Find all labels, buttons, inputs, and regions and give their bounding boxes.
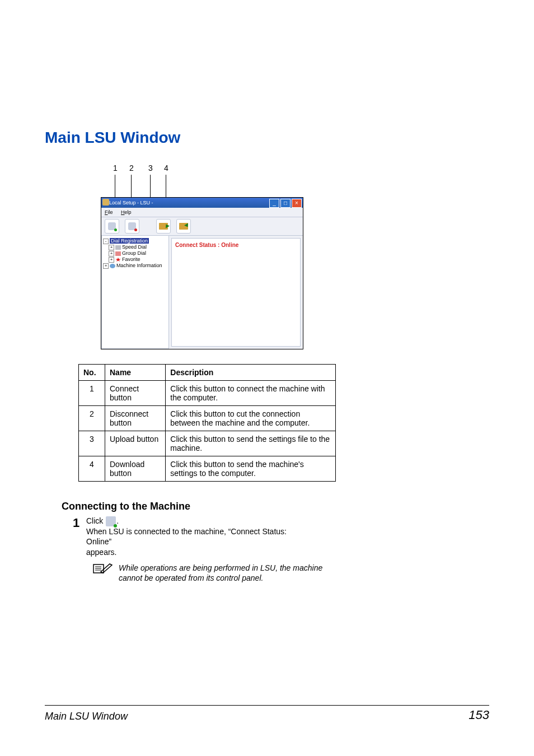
step-text-line2a: When LSU is connected to the machine, “C… <box>86 527 287 546</box>
cell-desc: Click this button to send the settings f… <box>166 431 336 456</box>
machine-info-icon <box>110 264 115 268</box>
connect-button[interactable] <box>105 219 119 234</box>
content-pane: Connect Status : Online <box>171 238 301 347</box>
tree-pane: -Dial Registration +Speed Dial +Group Di… <box>101 236 169 349</box>
download-button[interactable] <box>176 219 191 234</box>
step-text-line2b: appears. <box>86 548 116 557</box>
tree-item-machine-info[interactable]: Machine Information <box>116 263 162 268</box>
toolbar <box>101 217 303 236</box>
menu-help[interactable]: Help <box>118 208 135 217</box>
cell-name: Download button <box>105 456 166 482</box>
close-button[interactable]: × <box>292 199 302 208</box>
minimize-button[interactable]: _ <box>269 199 279 208</box>
tree-root-dial-registration[interactable]: Dial Registration <box>110 238 149 244</box>
table-row: 3 Upload button Click this button to sen… <box>79 431 336 456</box>
footer-page-number: 153 <box>469 708 489 722</box>
cell-desc: Click this button to connect the machine… <box>166 381 336 406</box>
cell-name: Disconnect button <box>105 406 166 431</box>
page-footer: Main LSU Window 153 <box>45 705 489 722</box>
cell-no: 2 <box>79 406 105 431</box>
step-1: 1 Click . When LSU is connected to the m… <box>73 516 489 557</box>
tree-expand-icon[interactable]: + <box>103 263 109 269</box>
cell-name: Upload button <box>105 431 166 456</box>
app-icon <box>102 199 109 206</box>
favorite-icon <box>115 258 121 262</box>
subsection-heading: Connecting to the Machine <box>62 501 489 512</box>
step-text-post: . <box>116 516 119 525</box>
disconnect-button[interactable] <box>125 219 139 234</box>
table-row: 2 Disconnect button Click this button to… <box>79 406 336 431</box>
step-number: 1 <box>73 516 86 557</box>
callout-indicators: 1 2 3 4 <box>105 164 307 197</box>
tree-item-group-dial[interactable]: Group Dial <box>122 250 146 256</box>
window-titlebar: Local Setup - LSU - _ □ × <box>101 198 303 208</box>
section-heading: Main LSU Window <box>45 129 489 147</box>
cell-desc: Click this button to cut the connection … <box>166 406 336 431</box>
description-table: No. Name Description 1 Connect button Cl… <box>78 364 336 482</box>
figure: 1 2 3 4 Local Setup - LSU - _ □ × File H… <box>101 164 489 349</box>
callout-3: 3 <box>148 164 153 172</box>
speed-dial-icon <box>115 245 121 250</box>
window-title: Local Setup - LSU - <box>109 200 153 206</box>
app-screenshot: Local Setup - LSU - _ □ × File Help -Dia… <box>101 197 303 349</box>
footer-title: Main LSU Window <box>45 711 128 722</box>
step-text-pre: Click <box>86 516 105 525</box>
maximize-button[interactable]: □ <box>280 199 291 208</box>
tree-expand-icon[interactable]: + <box>109 245 114 250</box>
callout-1: 1 <box>113 164 118 172</box>
table-row: 4 Download button Click this button to s… <box>79 456 336 482</box>
col-header-desc: Description <box>166 365 336 381</box>
col-header-name: Name <box>105 365 166 381</box>
cell-no: 1 <box>79 381 105 406</box>
col-header-no: No. <box>79 365 105 381</box>
tree-item-speed-dial[interactable]: Speed Dial <box>122 244 147 250</box>
cell-name: Connect button <box>105 381 166 406</box>
connect-status-label: Connect Status : Online <box>175 242 297 248</box>
note-text: While operations are being performed in … <box>119 563 328 583</box>
connect-icon <box>106 516 116 526</box>
tree-expand-icon[interactable]: + <box>109 257 114 263</box>
cell-no: 4 <box>79 456 105 482</box>
tree-expand-icon[interactable]: - <box>103 239 109 244</box>
menu-file[interactable]: File <box>101 208 116 217</box>
upload-button[interactable] <box>156 219 171 234</box>
tree-expand-icon[interactable]: + <box>109 251 114 256</box>
note-icon <box>93 563 113 583</box>
group-dial-icon <box>115 251 121 256</box>
note: While operations are being performed in … <box>93 563 328 583</box>
cell-no: 3 <box>79 431 105 456</box>
callout-4: 4 <box>163 164 169 172</box>
tree-item-favorite[interactable]: Favorite <box>122 256 140 262</box>
callout-2: 2 <box>129 164 134 172</box>
menubar: File Help <box>101 208 303 217</box>
cell-desc: Click this button to send the machine's … <box>166 456 336 482</box>
table-row: 1 Connect button Click this button to co… <box>79 381 336 406</box>
